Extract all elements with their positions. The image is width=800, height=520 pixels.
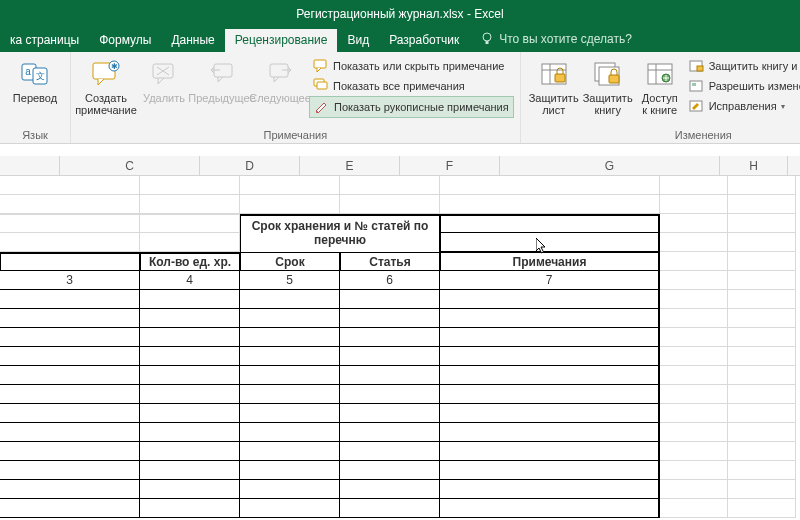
cell[interactable] — [660, 214, 728, 233]
cell[interactable] — [440, 290, 660, 309]
cell[interactable] — [140, 366, 240, 385]
cell[interactable]: Кол-во ед. хр. — [140, 252, 240, 271]
col-head-E[interactable]: E — [300, 156, 400, 176]
cell[interactable] — [728, 347, 796, 366]
col-head-I[interactable]: I — [788, 156, 800, 176]
cell[interactable] — [0, 176, 140, 195]
tab-view[interactable]: Вид — [337, 29, 379, 52]
cell[interactable] — [140, 176, 240, 195]
cell[interactable] — [240, 195, 340, 214]
cell[interactable] — [660, 461, 728, 480]
cell[interactable] — [240, 176, 340, 195]
col-head-partial[interactable] — [0, 156, 60, 176]
show-ink-button[interactable]: Показать рукописные примечания — [309, 96, 514, 118]
cell[interactable] — [0, 499, 140, 518]
cell[interactable] — [240, 290, 340, 309]
cell[interactable] — [660, 366, 728, 385]
cell[interactable] — [728, 366, 796, 385]
cell[interactable]: 7 — [440, 271, 660, 290]
cell[interactable] — [0, 366, 140, 385]
cell[interactable] — [0, 328, 140, 347]
cell[interactable] — [140, 290, 240, 309]
cell[interactable] — [240, 442, 340, 461]
cell[interactable] — [440, 176, 660, 195]
cell[interactable] — [660, 252, 728, 271]
cell[interactable] — [728, 404, 796, 423]
cell[interactable] — [728, 252, 796, 271]
cell[interactable] — [0, 195, 140, 214]
prev-comment-button[interactable]: Предыдущее — [193, 54, 251, 104]
cell[interactable] — [440, 423, 660, 442]
cell[interactable] — [140, 480, 240, 499]
cell[interactable] — [340, 176, 440, 195]
merged-header[interactable]: Срок хранения и № статей по перечню — [240, 214, 440, 252]
cell[interactable] — [728, 233, 796, 252]
cell[interactable] — [240, 328, 340, 347]
cell[interactable] — [660, 423, 728, 442]
track-changes-button[interactable]: Исправления ▾ — [685, 96, 800, 116]
cell[interactable] — [728, 176, 796, 195]
allow-ranges-button[interactable]: Разрешить изменение диапазон — [685, 76, 800, 96]
cell[interactable] — [660, 271, 728, 290]
cell[interactable] — [728, 442, 796, 461]
cell[interactable] — [728, 385, 796, 404]
cell[interactable]: 6 — [340, 271, 440, 290]
next-comment-button[interactable]: Следующее — [251, 54, 309, 104]
cell[interactable] — [0, 233, 140, 252]
cell[interactable] — [340, 328, 440, 347]
cell[interactable] — [728, 271, 796, 290]
protect-workbook-button[interactable]: Защитить книгу — [581, 54, 635, 116]
tab-page-layout[interactable]: ка страницы — [0, 29, 89, 52]
cell[interactable] — [240, 385, 340, 404]
cell[interactable] — [340, 347, 440, 366]
cell[interactable] — [660, 404, 728, 423]
col-head-G[interactable]: G — [500, 156, 720, 176]
share-workbook-button[interactable]: Доступ к книге — [635, 54, 685, 116]
cell[interactable] — [728, 214, 796, 233]
cell[interactable] — [140, 461, 240, 480]
cell[interactable] — [0, 290, 140, 309]
cell[interactable] — [140, 385, 240, 404]
cell[interactable]: Статья — [340, 252, 440, 271]
cell[interactable] — [440, 404, 660, 423]
cell[interactable] — [0, 252, 140, 271]
col-head-C[interactable]: C — [60, 156, 200, 176]
cell[interactable] — [0, 480, 140, 499]
cell[interactable] — [140, 328, 240, 347]
cell[interactable] — [440, 214, 660, 233]
cell[interactable] — [0, 461, 140, 480]
cell[interactable] — [340, 290, 440, 309]
cell[interactable] — [340, 461, 440, 480]
cell[interactable] — [440, 366, 660, 385]
cell[interactable] — [0, 214, 140, 233]
cell[interactable] — [728, 461, 796, 480]
cell[interactable] — [140, 423, 240, 442]
col-head-D[interactable]: D — [200, 156, 300, 176]
cell[interactable] — [240, 347, 340, 366]
show-all-comments-button[interactable]: Показать все примечания — [309, 76, 514, 96]
cell[interactable] — [340, 480, 440, 499]
cell[interactable] — [240, 366, 340, 385]
cell[interactable] — [140, 442, 240, 461]
cell[interactable] — [728, 290, 796, 309]
cell[interactable] — [140, 214, 240, 233]
cell[interactable] — [340, 499, 440, 518]
cell[interactable] — [440, 195, 660, 214]
cell[interactable] — [240, 309, 340, 328]
cell[interactable] — [340, 309, 440, 328]
cell[interactable] — [240, 461, 340, 480]
translate-button[interactable]: a文 Перевод — [6, 54, 64, 104]
tab-formulas[interactable]: Формулы — [89, 29, 161, 52]
cell[interactable] — [340, 423, 440, 442]
show-hide-comment-button[interactable]: Показать или скрыть примечание — [309, 56, 514, 76]
cell[interactable]: Примечания — [440, 252, 660, 271]
cell[interactable] — [728, 480, 796, 499]
cell[interactable] — [340, 366, 440, 385]
cell[interactable]: 4 — [140, 271, 240, 290]
cell[interactable] — [440, 499, 660, 518]
col-head-F[interactable]: F — [400, 156, 500, 176]
tab-developer[interactable]: Разработчик — [379, 29, 469, 52]
cell[interactable] — [440, 328, 660, 347]
cell[interactable] — [440, 480, 660, 499]
cell[interactable] — [0, 404, 140, 423]
